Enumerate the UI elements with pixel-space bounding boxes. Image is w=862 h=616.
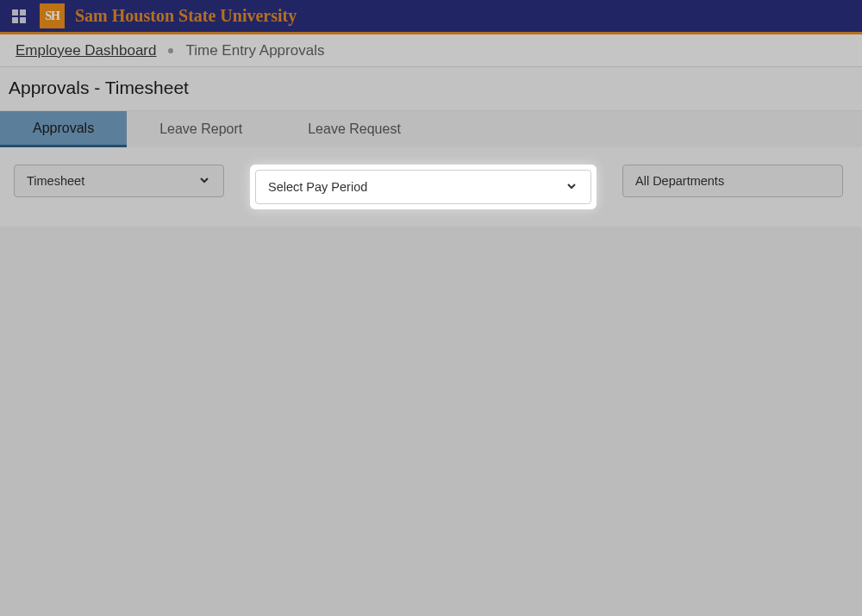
apps-grid-icon[interactable] xyxy=(12,9,26,23)
timesheet-dropdown[interactable]: Timesheet xyxy=(14,165,224,197)
tabs-bar: Approvals Leave Report Leave Request xyxy=(0,111,862,147)
breadcrumb-separator-icon xyxy=(168,48,173,53)
content-area xyxy=(0,227,862,616)
logo-text: SH xyxy=(45,9,59,23)
top-banner: SH Sam Houston State University xyxy=(0,0,862,34)
chevron-down-icon xyxy=(565,179,578,196)
tab-leave-request[interactable]: Leave Request xyxy=(275,111,434,147)
breadcrumb: Employee Dashboard Time Entry Approvals xyxy=(0,34,862,67)
university-name: Sam Houston State University xyxy=(75,6,297,26)
timesheet-dropdown-label: Timesheet xyxy=(27,174,84,188)
tab-approvals[interactable]: Approvals xyxy=(0,111,127,147)
filter-row: Timesheet Select Pay Period All Departme… xyxy=(0,147,862,227)
breadcrumb-home-link[interactable]: Employee Dashboard xyxy=(16,42,156,59)
page-title: Approvals - Timesheet xyxy=(0,67,862,111)
tab-leave-report[interactable]: Leave Report xyxy=(127,111,275,147)
departments-dropdown[interactable]: All Departments xyxy=(622,165,843,197)
university-logo[interactable]: SH xyxy=(40,3,65,28)
pay-period-dropdown-label: Select Pay Period xyxy=(268,180,367,194)
breadcrumb-current: Time Entry Approvals xyxy=(185,42,324,59)
departments-dropdown-label: All Departments xyxy=(635,174,724,188)
pay-period-highlight: Select Pay Period xyxy=(250,165,597,209)
chevron-down-icon xyxy=(197,173,211,190)
pay-period-dropdown[interactable]: Select Pay Period xyxy=(255,170,591,204)
